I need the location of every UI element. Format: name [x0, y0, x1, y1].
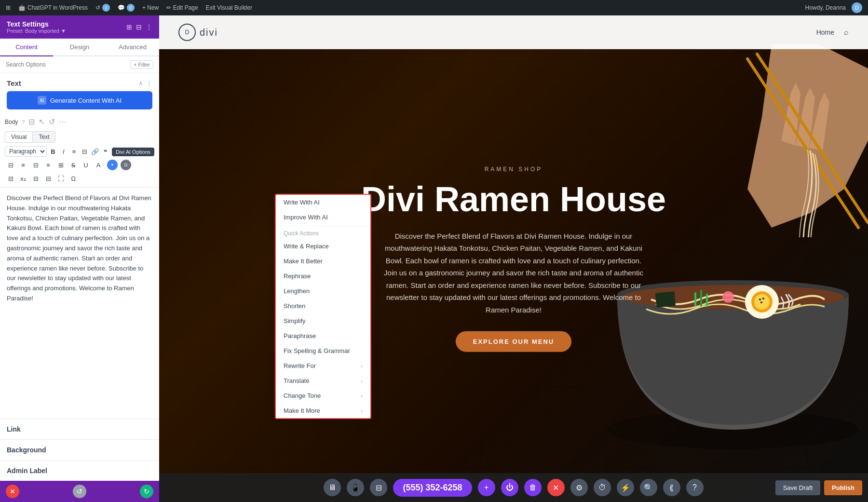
settings-button[interactable]: ⚙: [570, 479, 588, 496]
comments-link[interactable]: 💬 0: [118, 4, 135, 12]
panel-preset[interactable]: Preset: Body imported ▼: [7, 28, 66, 34]
user-avatar[interactable]: D: [852, 2, 862, 13]
ai-assistant-icon[interactable]: ⊟: [121, 160, 131, 170]
table-button[interactable]: ⊞: [55, 159, 67, 171]
indent-button[interactable]: ⊟: [30, 173, 41, 184]
close-button[interactable]: ✕: [6, 485, 19, 498]
translate-arrow: ›: [361, 378, 363, 384]
underline-button[interactable]: U: [80, 159, 92, 171]
panel-menu-icon[interactable]: ⋮: [146, 23, 152, 31]
outdent-button[interactable]: ⊟: [42, 173, 54, 184]
body-help-icon[interactable]: ?: [22, 119, 25, 125]
ai-generate-button[interactable]: AI Generate Content With AI: [7, 91, 152, 109]
align-right-button[interactable]: ⊟: [30, 159, 41, 171]
make-it-more-item[interactable]: Make It More ›: [276, 403, 370, 418]
svg-point-12: [722, 291, 734, 303]
improve-with-ai-item[interactable]: Improve With AI: [276, 210, 370, 225]
save-draft-button[interactable]: Save Draft: [775, 480, 820, 495]
unordered-list-button[interactable]: ≡: [70, 146, 79, 157]
text-section-header: Text ∧ ⋮: [0, 73, 159, 91]
body-cursor-icon[interactable]: ↖: [39, 117, 45, 126]
chatgpt-plugin-link[interactable]: 🤖 ChatGPT in WordPress: [18, 4, 88, 11]
more-icon[interactable]: ⋮: [146, 80, 152, 87]
edit-page-link[interactable]: ✏ Edit Page: [166, 4, 198, 11]
mobile-view-button[interactable]: ⊟: [370, 479, 387, 496]
tab-design[interactable]: Design: [53, 39, 106, 55]
text-color-button[interactable]: A: [93, 159, 104, 171]
bold-button[interactable]: B: [49, 146, 57, 157]
body-reset-icon[interactable]: ↺: [49, 117, 55, 126]
paragraph-select[interactable]: Paragraph: [5, 146, 47, 157]
sync-link[interactable]: ↺ 1: [95, 4, 110, 12]
search-input[interactable]: [6, 61, 127, 68]
search-icon[interactable]: ⌕: [844, 28, 849, 37]
omega-button[interactable]: Ω: [68, 173, 79, 184]
close-module-button[interactable]: ✕: [547, 479, 565, 496]
publish-button[interactable]: Publish: [824, 480, 862, 495]
filter-button[interactable]: + Filter: [130, 60, 153, 69]
align-justify-button[interactable]: ≡: [42, 159, 54, 171]
new-link[interactable]: + New: [142, 4, 159, 11]
tablet-view-button[interactable]: 📱: [347, 479, 364, 496]
collapse-button[interactable]: ⟪: [663, 479, 680, 496]
quote-button[interactable]: ❝: [101, 146, 110, 157]
editor-content[interactable]: Discover the Perfect Blend of Flavors at…: [0, 188, 159, 419]
bottom-toolbar-right: Save Draft Publish: [775, 480, 862, 495]
panel-header-left: Text Settings Preset: Body imported ▼: [7, 20, 66, 34]
hero-cta-button[interactable]: Explore Our Menu: [456, 331, 572, 352]
align-center-button[interactable]: ≡: [17, 159, 29, 171]
tab-content[interactable]: Content: [0, 39, 53, 56]
hero-content: Ramen Shop Divi Ramen House Discover the…: [345, 165, 682, 352]
panel-expand-icon[interactable]: ⊞: [126, 23, 132, 31]
lengthen-item[interactable]: Lengthen: [276, 284, 370, 298]
make-it-more-label: Make It More: [284, 407, 320, 414]
help-button[interactable]: ?: [686, 479, 704, 496]
italic-button[interactable]: I: [59, 146, 68, 157]
make-better-item[interactable]: Make It Better: [276, 254, 370, 269]
simplify-item[interactable]: Simplify: [276, 313, 370, 328]
write-replace-label: Write & Replace: [284, 243, 329, 250]
nav-home-link[interactable]: Home: [816, 28, 834, 36]
toolbar-row-3: ⊟ x₂ ⊟ ⊟ ⛶ Ω: [5, 173, 154, 184]
special-char-1[interactable]: ⊟: [5, 173, 16, 184]
collapse-icon[interactable]: ∧: [138, 80, 143, 87]
body-more-icon[interactable]: ⋯: [59, 117, 67, 126]
link-button[interactable]: 🔗: [91, 146, 99, 157]
trash-button[interactable]: 🗑: [524, 479, 542, 496]
exit-visual-builder-link[interactable]: Exit Visual Builder: [206, 4, 253, 11]
subscript-button[interactable]: x₂: [17, 173, 29, 184]
panel-split-icon[interactable]: ⊟: [136, 23, 142, 31]
strikethrough-button[interactable]: S̶: [68, 159, 79, 171]
history-button[interactable]: ⏱: [594, 479, 611, 496]
add-module-button[interactable]: +: [478, 479, 495, 496]
paraphrase-item[interactable]: Paraphrase: [276, 328, 370, 343]
shorten-item[interactable]: Shorten: [276, 298, 370, 313]
change-tone-item[interactable]: Change Tone ›: [276, 388, 370, 403]
write-replace-item[interactable]: Write & Replace: [276, 239, 370, 254]
divi-ai-options-button[interactable]: Divi AI Options: [112, 148, 154, 156]
power-button[interactable]: ⏻: [501, 479, 518, 496]
undo-button[interactable]: ↺: [73, 485, 86, 498]
tab-advanced[interactable]: Advanced: [106, 39, 159, 55]
redo-button[interactable]: ↻: [140, 485, 153, 498]
body-settings-icon[interactable]: ⊟: [28, 117, 35, 126]
howdy-link[interactable]: Howdy, Deanna: [805, 4, 846, 11]
align-left-button[interactable]: ⊟: [5, 159, 16, 171]
fullscreen-button[interactable]: ⛶: [55, 173, 67, 184]
ordered-list-button[interactable]: ⊟: [80, 146, 89, 157]
ai-divi-icon[interactable]: ✦: [107, 160, 118, 170]
desktop-view-button[interactable]: 🖥: [324, 479, 341, 496]
wp-logo-link[interactable]: ⊞: [6, 4, 11, 11]
text-mode-button[interactable]: Text: [33, 131, 55, 143]
svg-rect-9: [700, 290, 702, 307]
search-button[interactable]: 🔍: [640, 479, 657, 496]
text-section-title: Text: [7, 79, 21, 87]
fix-spelling-item[interactable]: Fix Spelling & Grammar: [276, 343, 370, 358]
admin-label-title: Admin Label: [7, 467, 47, 475]
rephrase-item[interactable]: Rephrase: [276, 269, 370, 284]
write-with-ai-item[interactable]: Write With AI: [276, 195, 370, 210]
visual-mode-button[interactable]: Visual: [5, 131, 33, 143]
quick-action-button[interactable]: ⚡: [617, 479, 634, 496]
translate-item[interactable]: Translate ›: [276, 373, 370, 388]
rewrite-for-item[interactable]: Rewrite For ›: [276, 358, 370, 373]
